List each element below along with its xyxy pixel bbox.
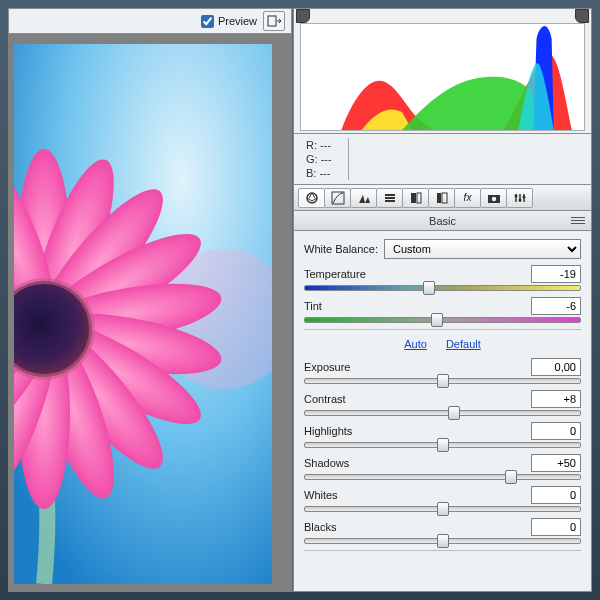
svg-rect-30 — [437, 193, 441, 203]
svg-rect-28 — [411, 193, 416, 203]
contrast-slider[interactable] — [304, 410, 581, 416]
svg-rect-26 — [385, 197, 395, 199]
histogram[interactable] — [300, 23, 585, 131]
readout-b: B: --- — [306, 166, 332, 180]
contrast-label: Contrast — [304, 393, 346, 405]
tab-split[interactable] — [402, 188, 429, 208]
svg-point-23 — [307, 193, 317, 203]
shadows-slider[interactable] — [304, 474, 581, 480]
panel-menu-button[interactable] — [571, 215, 585, 225]
white-balance-select[interactable]: Custom — [384, 239, 581, 259]
svg-point-33 — [491, 196, 495, 200]
svg-rect-27 — [385, 200, 395, 202]
preview-image[interactable] — [14, 44, 272, 586]
highlights-value[interactable] — [531, 422, 581, 440]
highlight-clip-indicator[interactable] — [575, 9, 589, 23]
sliders-icon — [513, 191, 527, 205]
fx-icon: fx — [464, 192, 472, 203]
fullscreen-button[interactable] — [263, 11, 285, 31]
whites-label: Whites — [304, 489, 338, 501]
tint-label: Tint — [304, 300, 322, 312]
whites-slider[interactable] — [304, 506, 581, 512]
panel-title: Basic — [429, 215, 456, 227]
split-icon — [409, 191, 423, 205]
bars-icon — [383, 191, 397, 205]
exposure-value[interactable] — [531, 358, 581, 376]
histogram-panel — [293, 8, 592, 134]
svg-point-34 — [514, 194, 517, 197]
temperature-value[interactable] — [531, 265, 581, 283]
preview-checkbox-input[interactable] — [201, 15, 214, 28]
tab-detail[interactable] — [350, 188, 377, 208]
contrast-value[interactable] — [531, 390, 581, 408]
tab-curve[interactable] — [324, 188, 351, 208]
preview-checkbox[interactable]: Preview — [201, 15, 257, 28]
shadow-clip-indicator[interactable] — [296, 9, 310, 23]
basic-panel: White Balance: Custom Temperature Tint — [293, 231, 592, 592]
whites-value[interactable] — [531, 486, 581, 504]
tab-basic[interactable] — [298, 188, 325, 208]
svg-rect-31 — [442, 193, 447, 203]
preview-pane: Preview — [8, 8, 292, 592]
blacks-value[interactable] — [531, 518, 581, 536]
lens-icon — [435, 191, 449, 205]
tab-fx[interactable]: fx — [454, 188, 481, 208]
svg-rect-29 — [417, 193, 421, 203]
tab-hsl[interactable] — [376, 188, 403, 208]
triangles-icon — [357, 191, 371, 205]
tab-lens[interactable] — [428, 188, 455, 208]
tint-slider[interactable] — [304, 317, 581, 323]
shadows-label: Shadows — [304, 457, 349, 469]
default-link[interactable]: Default — [446, 338, 481, 350]
curve-icon — [331, 191, 345, 205]
tint-value[interactable] — [531, 297, 581, 315]
camera-icon — [487, 191, 501, 205]
exposure-slider[interactable] — [304, 378, 581, 384]
svg-rect-25 — [385, 194, 395, 196]
highlights-slider[interactable] — [304, 442, 581, 448]
shadows-value[interactable] — [531, 454, 581, 472]
tab-camera[interactable] — [480, 188, 507, 208]
readout-g: G: --- — [306, 152, 332, 166]
temperature-slider[interactable] — [304, 285, 581, 291]
blacks-slider[interactable] — [304, 538, 581, 544]
temperature-label: Temperature — [304, 268, 366, 280]
adjustments-pane: R: --- G: --- B: --- fx Basic — [292, 8, 592, 592]
panel-tabs: fx — [293, 185, 592, 211]
exposure-label: Exposure — [304, 361, 350, 373]
svg-rect-0 — [268, 16, 276, 26]
preview-toolbar: Preview — [8, 8, 292, 34]
svg-point-36 — [522, 195, 525, 198]
aperture-icon — [305, 191, 319, 205]
preview-checkbox-label: Preview — [218, 15, 257, 27]
highlights-label: Highlights — [304, 425, 352, 437]
blacks-label: Blacks — [304, 521, 336, 533]
svg-point-35 — [518, 198, 521, 201]
white-balance-label: White Balance: — [304, 243, 378, 255]
auto-link[interactable]: Auto — [404, 338, 427, 350]
expand-icon — [267, 15, 281, 27]
readout-r: R: --- — [306, 138, 332, 152]
panel-header: Basic — [293, 211, 592, 231]
rgb-readout: R: --- G: --- B: --- — [293, 134, 592, 185]
tab-presets[interactable] — [506, 188, 533, 208]
